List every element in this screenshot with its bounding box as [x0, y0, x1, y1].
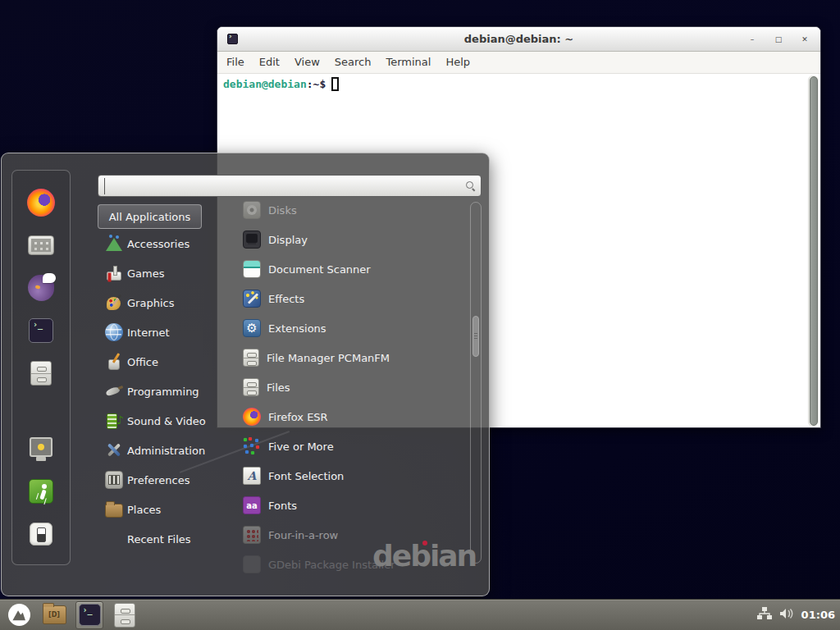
- terminal-menu-terminal[interactable]: Terminal: [378, 52, 438, 73]
- terminal-window-icon: [227, 34, 238, 44]
- terminal-cursor: [331, 77, 339, 91]
- app-label: Display: [268, 234, 308, 246]
- favorite-shutdown[interactable]: [20, 513, 62, 555]
- all-applications-label: All Applications: [109, 211, 191, 223]
- favorite-terminal[interactable]: [20, 309, 62, 352]
- minimize-icon[interactable]: –: [745, 32, 760, 47]
- graphics-icon: [105, 294, 123, 312]
- applications-scrollbar[interactable]: [470, 202, 482, 564]
- applications-list: Disks Display Document Scanner Effects: [233, 195, 469, 579]
- category-label: Games: [127, 267, 164, 280]
- favorite-software-keyboard[interactable]: [20, 224, 62, 267]
- category-administration[interactable]: Administration: [98, 436, 231, 465]
- five-or-more-icon: [243, 437, 261, 455]
- office-icon: [105, 353, 123, 371]
- close-icon[interactable]: ✕: [797, 32, 812, 47]
- document-scanner-icon: [243, 260, 261, 278]
- category-office[interactable]: Office: [98, 347, 231, 377]
- favorite-lock-screen[interactable]: [20, 427, 62, 470]
- network-icon[interactable]: [757, 607, 772, 623]
- category-preferences[interactable]: Preferences: [98, 465, 231, 495]
- app-label: Font Selection: [268, 470, 344, 482]
- terminal-menu-search[interactable]: Search: [327, 52, 379, 73]
- lock-screen-icon: [28, 436, 54, 461]
- app-extensions[interactable]: Extensions: [233, 313, 469, 343]
- software-keyboard-icon: [28, 235, 54, 255]
- terminal-titlebar[interactable]: debian@debian: ~ – □ ✕: [217, 27, 820, 52]
- favorite-firefox[interactable]: [20, 181, 62, 224]
- accessories-icon: [105, 235, 123, 253]
- prompt-symbols: :~$: [307, 78, 326, 90]
- four-in-a-row-icon: [243, 526, 261, 544]
- category-label: Administration: [127, 445, 205, 457]
- category-sound-video[interactable]: Sound & Video: [98, 406, 231, 436]
- app-label: Fonts: [268, 500, 297, 512]
- app-file-manager-pcmanfm[interactable]: File Manager PCManFM: [233, 343, 469, 372]
- category-label: Recent Files: [127, 533, 191, 546]
- category-label: Preferences: [127, 474, 189, 486]
- file-cabinet-icon: [243, 378, 259, 396]
- favorite-pidgin[interactable]: [20, 267, 62, 309]
- category-label: Accessories: [127, 238, 189, 250]
- search-input[interactable]: [104, 178, 466, 194]
- taskbar-button-terminal[interactable]: [75, 601, 103, 629]
- prompt-user: debian@debian: [223, 78, 307, 90]
- logout-icon: [29, 479, 53, 504]
- app-label: Files: [267, 381, 290, 394]
- terminal-scrollbar-thumb[interactable]: [810, 76, 818, 426]
- firefox-icon: [27, 189, 55, 217]
- app-label: File Manager PCManFM: [267, 352, 390, 364]
- clock[interactable]: 01:06: [801, 609, 835, 621]
- category-internet[interactable]: Internet: [98, 317, 231, 347]
- app-font-selection[interactable]: Font Selection: [233, 461, 469, 491]
- terminal-menu-view[interactable]: View: [287, 52, 327, 73]
- category-label: Places: [127, 504, 161, 516]
- preferences-icon: [105, 471, 123, 489]
- gdebi-icon: [243, 555, 261, 573]
- monitor-stand: [36, 457, 46, 461]
- folder-label: [D]: [48, 611, 60, 619]
- category-accessories[interactable]: Accessories: [98, 229, 231, 258]
- folder-d-icon: [D]: [43, 605, 66, 624]
- terminal-menu-help[interactable]: Help: [438, 52, 477, 73]
- terminal-scrollbar[interactable]: [808, 75, 819, 427]
- category-places[interactable]: Places: [98, 495, 231, 524]
- search-box[interactable]: [98, 175, 482, 197]
- app-firefox-esr[interactable]: Firefox ESR: [233, 402, 469, 431]
- app-disks[interactable]: Disks: [233, 195, 469, 225]
- terminal-icon: [29, 318, 53, 343]
- menu-logo-icon: [8, 604, 30, 626]
- taskbar-button-file-manager[interactable]: [D]: [40, 601, 68, 629]
- category-programming[interactable]: Programming: [98, 377, 231, 406]
- category-recent-files[interactable]: Recent Files: [98, 524, 231, 554]
- app-files[interactable]: Files: [233, 372, 469, 402]
- category-games[interactable]: Games: [98, 258, 231, 288]
- firefox-icon: [243, 408, 261, 426]
- category-graphics[interactable]: Graphics: [98, 288, 231, 317]
- favorite-logout[interactable]: [20, 470, 62, 513]
- effects-icon: [243, 290, 261, 308]
- file-cabinet-icon: [243, 349, 259, 367]
- taskbar-button-files[interactable]: [111, 601, 139, 629]
- pidgin-icon: [28, 275, 54, 301]
- favorites-column: [11, 170, 71, 565]
- fonts-icon: [243, 496, 261, 514]
- maximize-icon[interactable]: □: [771, 32, 786, 47]
- app-effects[interactable]: Effects: [233, 284, 469, 313]
- watermark-red-dot: [422, 541, 427, 546]
- app-display[interactable]: Display: [233, 225, 469, 254]
- terminal-menu-edit[interactable]: Edit: [252, 52, 287, 73]
- applications-scrollbar-thumb[interactable]: [472, 316, 479, 357]
- all-applications-button[interactable]: All Applications: [98, 204, 202, 229]
- shutdown-icon: [30, 523, 52, 546]
- app-label: Firefox ESR: [268, 411, 328, 423]
- terminal-menubar: File Edit View Search Terminal Help: [217, 52, 820, 74]
- app-fonts[interactable]: Fonts: [233, 491, 469, 520]
- app-label: Effects: [268, 293, 304, 305]
- terminal-menu-file[interactable]: File: [219, 52, 252, 73]
- app-five-or-more[interactable]: Five or More: [233, 431, 469, 461]
- taskbar-button-menu[interactable]: [5, 601, 33, 629]
- volume-icon[interactable]: [779, 607, 794, 623]
- favorite-file-cabinet[interactable]: [20, 352, 62, 395]
- app-document-scanner[interactable]: Document Scanner: [233, 254, 469, 284]
